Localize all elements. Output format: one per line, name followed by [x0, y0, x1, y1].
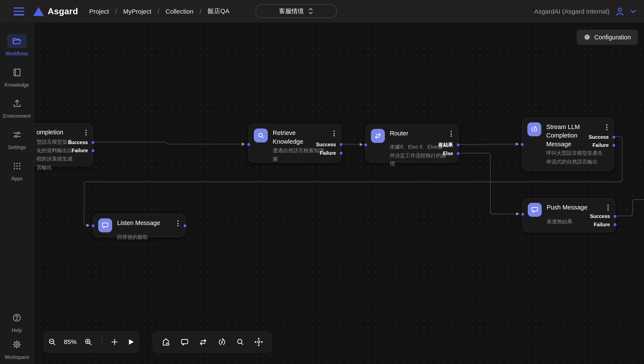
node-toolbar: [152, 331, 272, 353]
workflow-node[interactable]: Listen Message 回答後的聽取: [93, 214, 185, 237]
pan-move-button[interactable]: [253, 336, 265, 348]
add-trigger-node-button[interactable]: [160, 336, 172, 348]
add-node-button[interactable]: [109, 336, 120, 347]
configuration-label: Configuration: [594, 34, 631, 41]
search-button[interactable]: [235, 336, 246, 348]
llm-stream-icon: [527, 122, 541, 136]
sidebar-item-settings[interactable]: Settings: [0, 128, 34, 150]
top-navbar: Asgard Project / MyProject / Collection …: [0, 0, 644, 22]
port-label-failure: Failure: [592, 142, 609, 148]
book-icon: [12, 68, 22, 77]
output-port-success[interactable]: [612, 136, 615, 138]
app-window: Asgard Project / MyProject / Collection …: [0, 0, 644, 364]
port-label-success: Success: [316, 142, 336, 147]
search-icon: [254, 128, 268, 142]
breadcrumb-workflow[interactable]: 飯店QA: [208, 7, 230, 16]
output-port-success[interactable]: [92, 141, 95, 144]
node-title: Listen Message: [117, 218, 160, 227]
node-title: Stream LLM Completion Message: [546, 122, 595, 148]
sidebar-item-knowledge[interactable]: Knowledge: [0, 65, 34, 88]
node-description: 呼叫大型語言模型並產生串流式的自然語言輸出: [546, 149, 604, 166]
add-router-node-button[interactable]: [197, 336, 209, 348]
breadcrumb-separator: /: [158, 8, 159, 15]
zoom-toolbar: 85%: [43, 331, 140, 353]
sidebar-item-workflows[interactable]: Workflows: [0, 34, 34, 56]
workflow-node[interactable]: Router 依據If、Else If、Else條件決定工作流程執行的路徑 有結…: [365, 124, 458, 162]
workflow-node[interactable]: Retrieve Knowledge 透過自然語言檢索知識庫 Success F…: [249, 124, 341, 162]
node-description: 回答後的聽取: [117, 233, 180, 242]
kebab-menu-icon[interactable]: [333, 130, 336, 137]
zoom-out-button[interactable]: [47, 336, 58, 348]
node-title: Push Message: [547, 203, 587, 212]
account-label: AsgardAI (Asgard Internal): [534, 8, 609, 15]
configuration-button[interactable]: Configuration: [576, 30, 638, 45]
kebab-menu-icon[interactable]: [450, 130, 453, 138]
zoom-level[interactable]: 85%: [64, 338, 77, 346]
output-port-result[interactable]: [457, 144, 460, 146]
zoom-in-button[interactable]: [83, 336, 94, 348]
sidebar-item-label: Environment: [3, 113, 31, 119]
breadcrumb-myproject[interactable]: MyProject: [123, 8, 151, 15]
kebab-menu-icon[interactable]: [177, 220, 180, 227]
environment-select-value: 客服情境: [279, 7, 304, 15]
sidebar-item-environment[interactable]: Environment: [0, 96, 34, 119]
output-port-success[interactable]: [340, 143, 343, 146]
add-llm-node-button[interactable]: [216, 336, 228, 348]
workflow-edges: [34, 22, 644, 364]
add-message-node-button[interactable]: [179, 336, 191, 348]
sliders-icon: [12, 130, 22, 139]
upload-icon: [12, 99, 22, 108]
input-port[interactable]: [247, 143, 250, 146]
environment-select[interactable]: 客服情境: [256, 4, 337, 18]
sidebar-item-workspace[interactable]: Workspace: [0, 338, 34, 360]
workflow-node[interactable]: Stream LLM Completion Message 呼叫大型語言模型並產…: [522, 118, 614, 171]
sidebar-item-label: Settings: [8, 144, 26, 150]
apps-grid-icon: [13, 162, 21, 170]
breadcrumb-project[interactable]: Project: [89, 8, 109, 15]
node-description: 透過自然語言檢索知識庫: [273, 146, 328, 163]
node-title: ompletion: [37, 128, 63, 136]
port-label-success: Success: [589, 134, 609, 140]
kebab-menu-icon[interactable]: [605, 124, 608, 131]
sidebar-item-label: Knowledge: [5, 82, 29, 88]
output-port-else[interactable]: [457, 152, 460, 155]
input-port[interactable]: [521, 213, 524, 216]
output-port[interactable]: [184, 224, 187, 227]
chat-bubble-icon: [528, 203, 542, 217]
sidebar-item-label: Workflows: [6, 51, 28, 56]
router-swap-icon: [371, 129, 385, 143]
sidebar-item-apps[interactable]: Apps: [0, 159, 34, 181]
workflow-canvas[interactable]: ompletion 型語言模型並產 化的資料輸出以 程的決策或生成 言輸出 Su…: [34, 22, 644, 364]
port-label-failure: Failure: [594, 222, 610, 227]
kebab-menu-icon[interactable]: [85, 129, 88, 136]
sidebar-item-label: Workspace: [5, 354, 29, 360]
input-port[interactable]: [92, 224, 95, 227]
breadcrumb: Project / MyProject / Collection / 飯店QA: [89, 7, 230, 16]
chevron-down-icon[interactable]: [630, 8, 636, 15]
workflow-node[interactable]: Push Message 表達無結果 Success Failure: [522, 198, 615, 232]
output-port-failure[interactable]: [340, 152, 343, 155]
workflow-node[interactable]: ompletion 型語言模型並產 化的資料輸出以 程的決策或生成 言輸出 Su…: [34, 123, 93, 166]
output-port-failure[interactable]: [612, 144, 615, 147]
kebab-menu-icon[interactable]: [606, 204, 609, 212]
node-title: Retrieve Knowledge: [273, 128, 321, 146]
output-port-failure[interactable]: [613, 223, 616, 226]
sidebar-item-help[interactable]: Help: [0, 311, 34, 333]
port-label-failure: Failure: [72, 148, 88, 154]
menu-icon[interactable]: [14, 7, 24, 16]
input-port[interactable]: [364, 144, 367, 146]
toolbar-divider: [101, 336, 102, 348]
input-port[interactable]: [521, 143, 524, 146]
run-workflow-button[interactable]: [126, 336, 136, 347]
gear-icon: [583, 34, 590, 41]
port-label-result: 有結果: [438, 141, 453, 148]
port-label-success: Success: [68, 140, 88, 146]
output-port-success[interactable]: [613, 215, 616, 218]
port-label-success: Success: [590, 214, 610, 219]
breadcrumb-separator: /: [200, 8, 201, 15]
breadcrumb-collection[interactable]: Collection: [166, 8, 193, 15]
output-port-failure[interactable]: [92, 149, 95, 152]
asgard-logo-icon: [33, 7, 44, 16]
user-icon[interactable]: [615, 6, 625, 16]
port-label-else: Else: [443, 151, 453, 156]
